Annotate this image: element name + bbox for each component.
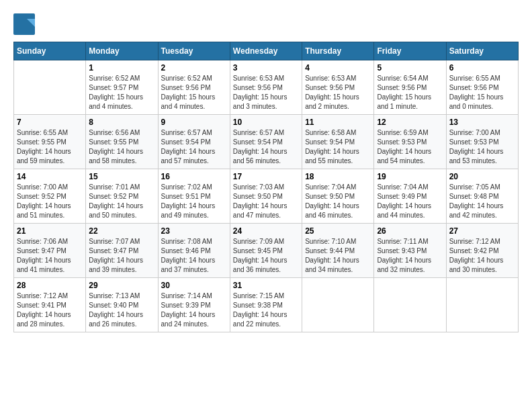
day-info: Sunrise: 6:54 AMSunset: 9:56 PMDaylight:… — [377, 74, 443, 111]
calendar-cell: 22 Sunrise: 7:07 AMSunset: 9:47 PMDaylig… — [86, 224, 158, 278]
day-number: 28 — [17, 281, 83, 290]
day-number: 31 — [233, 281, 299, 290]
day-info: Sunrise: 7:12 AMSunset: 9:41 PMDaylight:… — [17, 291, 83, 329]
day-info: Sunrise: 6:52 AMSunset: 9:56 PMDaylight:… — [161, 74, 227, 111]
day-number: 30 — [161, 281, 227, 290]
calendar-week-row: 28 Sunrise: 7:12 AMSunset: 9:41 PMDaylig… — [14, 278, 519, 332]
day-info: Sunrise: 6:52 AMSunset: 9:57 PMDaylight:… — [89, 74, 154, 111]
calendar-week-row: 1 Sunrise: 6:52 AMSunset: 9:57 PMDayligh… — [14, 60, 519, 115]
svg-rect-0 — [13, 13, 35, 35]
day-number: 2 — [161, 63, 227, 73]
calendar-cell: 2 Sunrise: 6:52 AMSunset: 9:56 PMDayligh… — [158, 60, 230, 115]
day-number: 18 — [305, 172, 371, 181]
day-info: Sunrise: 6:55 AMSunset: 9:56 PMDaylight:… — [449, 74, 515, 111]
day-info: Sunrise: 6:53 AMSunset: 9:56 PMDaylight:… — [305, 74, 371, 111]
calendar-cell: 31 Sunrise: 7:15 AMSunset: 9:38 PMDaylig… — [230, 278, 302, 332]
day-number: 21 — [17, 226, 83, 236]
calendar-cell: 29 Sunrise: 7:13 AMSunset: 9:40 PMDaylig… — [86, 278, 158, 332]
calendar-cell: 18 Sunrise: 7:04 AMSunset: 9:50 PMDaylig… — [302, 169, 374, 224]
day-number: 7 — [17, 118, 83, 127]
calendar-cell: 5 Sunrise: 6:54 AMSunset: 9:56 PMDayligh… — [374, 60, 446, 115]
calendar-cell: 21 Sunrise: 7:06 AMSunset: 9:47 PMDaylig… — [14, 224, 86, 278]
day-number: 22 — [89, 226, 154, 236]
calendar-cell: 3 Sunrise: 6:53 AMSunset: 9:56 PMDayligh… — [230, 60, 302, 115]
calendar-cell: 25 Sunrise: 7:10 AMSunset: 9:44 PMDaylig… — [302, 224, 374, 278]
day-number: 9 — [161, 118, 227, 127]
calendar-table: SundayMondayTuesdayWednesdayThursdayFrid… — [13, 42, 519, 332]
day-number: 3 — [233, 63, 299, 73]
calendar-cell — [14, 60, 86, 115]
weekday-header: Sunday — [14, 42, 86, 60]
day-info: Sunrise: 7:03 AMSunset: 9:50 PMDaylight:… — [233, 183, 299, 220]
calendar-cell: 26 Sunrise: 7:11 AMSunset: 9:43 PMDaylig… — [374, 224, 446, 278]
day-number: 25 — [305, 226, 371, 236]
calendar-cell — [374, 278, 446, 332]
day-info: Sunrise: 7:15 AMSunset: 9:38 PMDaylight:… — [233, 291, 299, 329]
day-info: Sunrise: 7:06 AMSunset: 9:47 PMDaylight:… — [17, 237, 83, 275]
day-number: 15 — [89, 172, 154, 181]
day-number: 26 — [377, 226, 443, 236]
calendar-cell: 27 Sunrise: 7:12 AMSunset: 9:42 PMDaylig… — [446, 224, 518, 278]
calendar-cell — [446, 278, 518, 332]
page-header — [13, 13, 519, 35]
day-info: Sunrise: 6:58 AMSunset: 9:54 PMDaylight:… — [305, 128, 371, 166]
day-number: 12 — [377, 118, 443, 127]
day-number: 20 — [449, 172, 515, 181]
day-info: Sunrise: 7:14 AMSunset: 9:39 PMDaylight:… — [161, 291, 227, 329]
calendar-cell — [302, 278, 374, 332]
day-number: 4 — [305, 63, 371, 73]
calendar-cell: 9 Sunrise: 6:57 AMSunset: 9:54 PMDayligh… — [158, 115, 230, 169]
calendar-cell: 24 Sunrise: 7:09 AMSunset: 9:45 PMDaylig… — [230, 224, 302, 278]
day-info: Sunrise: 7:04 AMSunset: 9:49 PMDaylight:… — [377, 183, 443, 220]
day-number: 14 — [17, 172, 83, 181]
day-info: Sunrise: 7:08 AMSunset: 9:46 PMDaylight:… — [161, 237, 227, 275]
day-info: Sunrise: 7:09 AMSunset: 9:45 PMDaylight:… — [233, 237, 299, 275]
day-number: 8 — [89, 118, 154, 127]
calendar-cell: 10 Sunrise: 6:57 AMSunset: 9:54 PMDaylig… — [230, 115, 302, 169]
day-info: Sunrise: 7:04 AMSunset: 9:50 PMDaylight:… — [305, 183, 371, 220]
day-number: 13 — [449, 118, 515, 127]
calendar-cell: 17 Sunrise: 7:03 AMSunset: 9:50 PMDaylig… — [230, 169, 302, 224]
day-info: Sunrise: 7:12 AMSunset: 9:42 PMDaylight:… — [449, 237, 515, 275]
calendar-cell: 4 Sunrise: 6:53 AMSunset: 9:56 PMDayligh… — [302, 60, 374, 115]
day-info: Sunrise: 6:59 AMSunset: 9:53 PMDaylight:… — [377, 128, 443, 166]
logo — [13, 13, 38, 35]
day-number: 29 — [89, 281, 154, 290]
calendar-cell: 30 Sunrise: 7:14 AMSunset: 9:39 PMDaylig… — [158, 278, 230, 332]
weekday-header: Wednesday — [230, 42, 302, 60]
calendar-cell: 28 Sunrise: 7:12 AMSunset: 9:41 PMDaylig… — [14, 278, 86, 332]
weekday-header: Monday — [86, 42, 158, 60]
calendar-cell: 1 Sunrise: 6:52 AMSunset: 9:57 PMDayligh… — [86, 60, 158, 115]
day-info: Sunrise: 6:57 AMSunset: 9:54 PMDaylight:… — [233, 128, 299, 166]
day-info: Sunrise: 7:00 AMSunset: 9:53 PMDaylight:… — [449, 128, 515, 166]
calendar-cell: 23 Sunrise: 7:08 AMSunset: 9:46 PMDaylig… — [158, 224, 230, 278]
day-info: Sunrise: 7:11 AMSunset: 9:43 PMDaylight:… — [377, 237, 443, 275]
day-info: Sunrise: 6:55 AMSunset: 9:55 PMDaylight:… — [17, 128, 83, 166]
day-info: Sunrise: 7:01 AMSunset: 9:52 PMDaylight:… — [89, 183, 154, 220]
calendar-cell: 12 Sunrise: 6:59 AMSunset: 9:53 PMDaylig… — [374, 115, 446, 169]
day-number: 1 — [89, 63, 154, 73]
day-number: 23 — [161, 226, 227, 236]
day-number: 10 — [233, 118, 299, 127]
day-info: Sunrise: 7:10 AMSunset: 9:44 PMDaylight:… — [305, 237, 371, 275]
day-info: Sunrise: 7:13 AMSunset: 9:40 PMDaylight:… — [89, 291, 154, 329]
day-number: 27 — [449, 226, 515, 236]
calendar-cell: 19 Sunrise: 7:04 AMSunset: 9:49 PMDaylig… — [374, 169, 446, 224]
weekday-header: Friday — [374, 42, 446, 60]
weekday-header: Tuesday — [158, 42, 230, 60]
calendar-week-row: 21 Sunrise: 7:06 AMSunset: 9:47 PMDaylig… — [14, 224, 519, 278]
day-info: Sunrise: 7:07 AMSunset: 9:47 PMDaylight:… — [89, 237, 154, 275]
day-info: Sunrise: 7:00 AMSunset: 9:52 PMDaylight:… — [17, 183, 83, 220]
weekday-header: Saturday — [446, 42, 518, 60]
day-info: Sunrise: 6:57 AMSunset: 9:54 PMDaylight:… — [161, 128, 227, 166]
calendar-cell: 16 Sunrise: 7:02 AMSunset: 9:51 PMDaylig… — [158, 169, 230, 224]
day-number: 24 — [233, 226, 299, 236]
logo-icon — [13, 13, 35, 35]
calendar-cell: 15 Sunrise: 7:01 AMSunset: 9:52 PMDaylig… — [86, 169, 158, 224]
day-number: 19 — [377, 172, 443, 181]
day-info: Sunrise: 7:05 AMSunset: 9:48 PMDaylight:… — [449, 183, 515, 220]
calendar-week-row: 14 Sunrise: 7:00 AMSunset: 9:52 PMDaylig… — [14, 169, 519, 224]
calendar-cell: 20 Sunrise: 7:05 AMSunset: 9:48 PMDaylig… — [446, 169, 518, 224]
calendar-cell: 6 Sunrise: 6:55 AMSunset: 9:56 PMDayligh… — [446, 60, 518, 115]
day-number: 16 — [161, 172, 227, 181]
